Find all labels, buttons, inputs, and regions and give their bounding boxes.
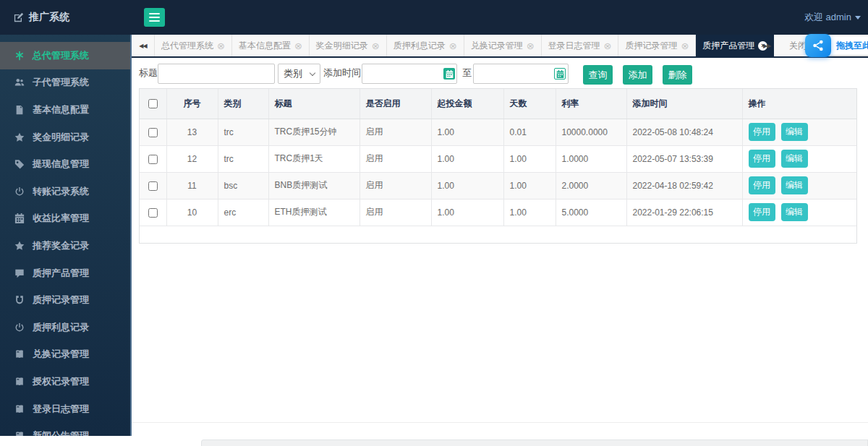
tab-label: 质押产品管理 <box>702 40 754 52</box>
cell-days: 1.00 <box>503 145 556 172</box>
sidebar-item-transfer-record[interactable]: 转账记录系统 <box>0 178 130 205</box>
cell-min_invest: 1.00 <box>431 172 503 199</box>
cell-title: BNB质押测试 <box>268 172 359 199</box>
row-checkbox-cell <box>140 172 166 199</box>
sidebar-item-sub-agent[interactable]: 子代管理系统 <box>0 69 130 97</box>
products-table-wrap: 序号类别标题是否启用起投金额天数利率添加时间操作 13trcTRC质押15分钟启… <box>139 88 857 244</box>
edit-button[interactable]: 编辑 <box>781 150 808 168</box>
cell-category: trc <box>218 119 268 145</box>
cell-enabled: 启用 <box>359 145 431 172</box>
tab-奖金明细记录[interactable]: 奖金明细记录⊗ <box>310 35 387 56</box>
cell-min_invest: 1.00 <box>431 119 503 145</box>
tab-close-icon[interactable]: ⊗ <box>604 41 612 51</box>
cell-category: erc <box>218 199 268 226</box>
sidebar-item-withdraw-info[interactable]: 提现信息管理 <box>0 150 130 178</box>
cell-min_invest: 1.00 <box>431 145 503 172</box>
header-cell-利率: 利率 <box>556 89 626 119</box>
sidebar-item-label: 推荐奖金记录 <box>33 239 89 252</box>
sidebar-item-news-notice[interactable]: 新闻公告管理 <box>0 422 130 436</box>
row-checkbox[interactable] <box>148 155 158 164</box>
tab-兑换记录管理[interactable]: 兑换记录管理⊗ <box>464 35 542 56</box>
sidebar-item-label: 提现信息管理 <box>33 158 89 171</box>
select-all-checkbox[interactable] <box>148 99 158 108</box>
sidebar-item-pledge-record[interactable]: 质押记录管理 <box>0 286 130 314</box>
category-select[interactable]: 类别 <box>278 64 320 84</box>
star-icon <box>14 132 25 142</box>
edit-button[interactable]: 编辑 <box>781 203 808 221</box>
sidebar-item-pledge-product[interactable]: 质押产品管理 <box>0 260 130 287</box>
table-row: 13trcTRC质押15分钟启用1.000.0110000.00002022-0… <box>140 119 856 145</box>
sidebar-item-login-log[interactable]: 登录日志管理 <box>0 395 130 423</box>
sidebar-item-referral-bonus[interactable]: 推荐奖金记录 <box>0 232 130 260</box>
close-tabs-menu[interactable]: 关闭 <box>789 35 807 56</box>
disable-button[interactable]: 停用 <box>749 150 775 168</box>
cell-no: 10 <box>166 199 218 226</box>
sidebar-item-pledge-interest[interactable]: 质押利息记录 <box>0 314 130 341</box>
sidebar-item-label: 质押利息记录 <box>33 321 89 334</box>
edit-button[interactable]: 编辑 <box>781 123 808 141</box>
power-icon <box>14 322 25 333</box>
drag-upload-widget[interactable]: 拖拽至此上传 <box>805 34 868 57</box>
tab-close-icon[interactable]: ⊗ <box>449 41 457 51</box>
chevron-down-icon <box>855 16 861 20</box>
book-icon <box>14 349 25 359</box>
disable-button[interactable]: 停用 <box>749 176 775 194</box>
sidebar-item-label: 收益比率管理 <box>33 212 89 225</box>
sidebar-item-label: 兑换记录管理 <box>33 348 89 361</box>
tab-close-icon[interactable]: ⊗ <box>217 41 225 51</box>
search-button[interactable]: 查询 <box>583 65 613 85</box>
sidebar-item-exchange-record[interactable]: 兑换记录管理 <box>0 341 130 369</box>
row-checkbox-cell <box>140 145 166 172</box>
tab-close-icon[interactable]: ⊗ <box>681 41 689 51</box>
welcome-label: 欢迎 admin <box>804 11 851 24</box>
disable-button[interactable]: 停用 <box>749 123 775 141</box>
tab-质押记录管理[interactable]: 质押记录管理⊗ <box>618 35 696 56</box>
tabs-scroll-right-button[interactable]: ▶▶ <box>763 35 770 56</box>
tab-登录日志管理[interactable]: 登录日志管理⊗ <box>542 35 619 56</box>
sidebar-item-general-agent[interactable]: 总代管理系统 <box>0 42 130 69</box>
cell-rate: 10000.0000 <box>556 119 626 145</box>
header-cell-序号: 序号 <box>166 89 218 119</box>
sidebar-item-label: 转账记录系统 <box>33 185 89 198</box>
tab-label: 总代管理系统 <box>161 40 213 52</box>
tab-label: 奖金明细记录 <box>316 40 368 52</box>
tab-close-icon[interactable]: ⊗ <box>294 41 302 51</box>
header-cell-checkbox <box>140 89 166 119</box>
delete-button[interactable]: 删除 <box>663 65 692 85</box>
sidebar-item-profit-ratio[interactable]: 收益比率管理 <box>0 205 130 233</box>
tab-close-icon[interactable]: ⊗ <box>372 41 380 51</box>
row-checkbox[interactable] <box>148 128 158 137</box>
tab-总代管理系统[interactable]: 总代管理系统⊗ <box>154 35 232 56</box>
tab-label: 质押利息记录 <box>393 40 446 52</box>
sidebar-item-auth-record[interactable]: 授权记录管理 <box>0 368 130 395</box>
cell-no: 13 <box>166 119 218 145</box>
cell-rate: 2.0000 <box>556 172 626 199</box>
title-filter-input[interactable] <box>158 64 275 84</box>
row-checkbox[interactable] <box>148 208 158 218</box>
tabs-scroll-left-button[interactable]: ◀◀ <box>132 35 154 56</box>
sidebar-menu: 总代管理系统子代管理系统基本信息配置奖金明细记录提现信息管理转账记录系统收益比率… <box>0 35 130 436</box>
menu-toggle-button[interactable] <box>144 8 165 27</box>
pencil-square-icon <box>13 12 24 23</box>
bottom-panel-edge <box>201 439 868 446</box>
tab-基本信息配置[interactable]: 基本信息配置⊗ <box>232 35 310 56</box>
disable-button[interactable]: 停用 <box>749 203 775 221</box>
cell-rate: 5.0000 <box>556 199 626 226</box>
user-menu[interactable]: 欢迎 admin <box>804 0 861 35</box>
share-nodes-icon[interactable] <box>805 34 831 57</box>
book-icon <box>14 377 25 387</box>
magnet-icon <box>14 295 25 305</box>
calendar-icon[interactable] <box>554 68 566 80</box>
add-button[interactable]: 添加 <box>623 65 652 85</box>
cell-add_time: 2022-05-08 10:48:24 <box>626 119 742 145</box>
sidebar-item-basic-info[interactable]: 基本信息配置 <box>0 96 130 124</box>
calendar-icon[interactable] <box>443 68 455 80</box>
to-label: 至 <box>462 58 472 88</box>
row-checkbox[interactable] <box>148 181 158 191</box>
file-icon <box>14 105 25 115</box>
tab-质押利息记录[interactable]: 质押利息记录⊗ <box>387 35 464 56</box>
cell-add_time: 2022-01-29 22:06:15 <box>626 199 742 226</box>
sidebar-item-bonus-detail[interactable]: 奖金明细记录 <box>0 124 130 151</box>
tab-close-icon[interactable]: ⊗ <box>527 41 535 51</box>
edit-button[interactable]: 编辑 <box>781 176 808 194</box>
